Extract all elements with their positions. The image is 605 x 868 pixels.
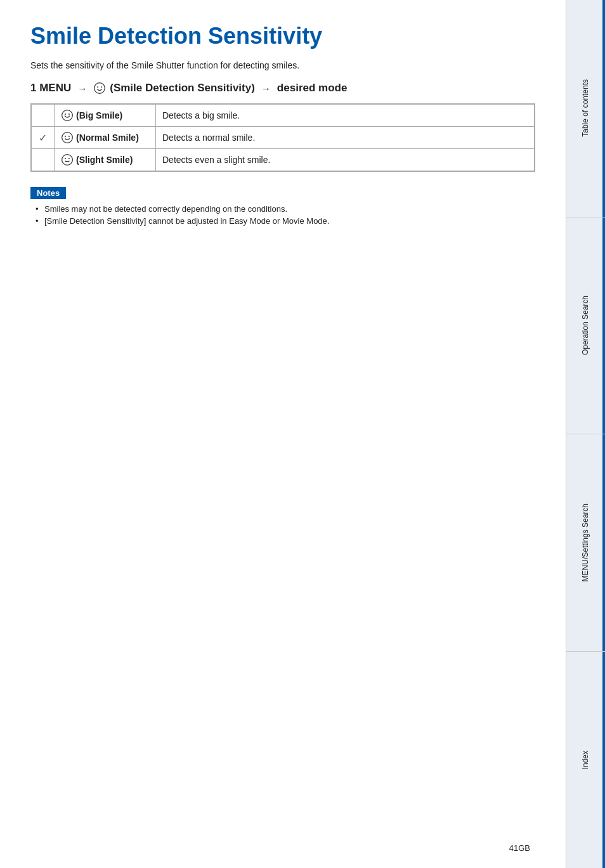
sidebar-tab-label: Index [581,746,591,774]
svg-point-3 [62,110,73,121]
check-cell [32,149,55,171]
description-cell: Detects a normal smile. [156,127,535,149]
sidebar-tab-label: Table of contents [581,74,591,142]
description-cell: Detects a big smile. [156,105,535,127]
notes-list: Smiles may not be detected correctly dep… [30,204,535,226]
arrow2: → [261,83,271,94]
table-row: ✓ (Normal Smile)Detects a normal smile. [32,127,535,149]
check-mark: ✓ [39,133,47,143]
svg-point-1 [97,87,98,88]
notes-label: Notes [30,187,66,199]
svg-point-6 [62,133,73,143]
row-label: (Slight Smile) [76,155,133,165]
page-number: 41GB [509,843,530,853]
sidebar-tab-menu/settings-search[interactable]: MENU/Settings Search [566,434,605,652]
icon-cell: (Slight Smile) [61,153,149,166]
tab-border [602,434,605,651]
svg-point-8 [68,136,70,137]
tab-border [602,217,605,434]
notes-box: Notes Smiles may not be detected correct… [30,187,535,226]
icon-cell: (Normal Smile) [61,131,149,144]
label-cell: (Slight Smile) [55,149,156,171]
icon-cell: (Big Smile) [61,109,149,122]
notes-item: Smiles may not be detected correctly dep… [36,204,535,214]
table-row: (Slight Smile)Detects even a slight smil… [32,149,535,171]
label-cell: (Big Smile) [55,105,156,127]
sidebar-tab-label: MENU/Settings Search [581,498,591,586]
subtitle-text: Sets the sensitivity of the Smile Shutte… [30,60,535,70]
tab-border [602,652,605,869]
check-cell [32,105,55,127]
check-cell: ✓ [32,127,55,149]
step-heading: 1 MENU → (Smile Detection Sensitivity) →… [30,82,535,94]
smile-icon-heading [93,82,106,94]
svg-point-0 [94,83,105,94]
description-cell: Detects even a slight smile. [156,149,535,171]
step-number: 1 MENU [30,82,71,94]
page-title: Smile Detection Sensitivity [30,23,535,49]
sidebar-tab-label: Operation Search [581,290,591,360]
svg-point-7 [65,136,66,137]
svg-point-10 [65,158,66,159]
sidebar: Table of contentsOperation SearchMENU/Se… [566,0,605,868]
step-end: desired mode [277,82,348,94]
main-content: Smile Detection Sensitivity Sets the sen… [0,0,566,868]
sidebar-tab-operation-search[interactable]: Operation Search [566,217,605,435]
svg-point-9 [62,155,73,165]
svg-point-2 [101,87,102,88]
svg-point-11 [68,158,70,159]
svg-point-4 [65,113,66,115]
label-cell: (Normal Smile) [55,127,156,149]
row-label: (Normal Smile) [76,133,139,143]
tab-border [602,0,605,217]
arrow1: → [77,83,87,94]
row-label: (Big Smile) [76,110,122,120]
smile-table: (Big Smile)Detects a big smile.✓ (Normal… [30,103,535,172]
table-row: (Big Smile)Detects a big smile. [32,105,535,127]
notes-item: [Smile Detection Sensitivity] cannot be … [36,216,535,226]
sidebar-tab-table-of-contents[interactable]: Table of contents [566,0,605,217]
step-icon-label: (Smile Detection Sensitivity) [110,82,255,94]
svg-point-5 [68,113,70,115]
sidebar-tab-index[interactable]: Index [566,652,605,869]
